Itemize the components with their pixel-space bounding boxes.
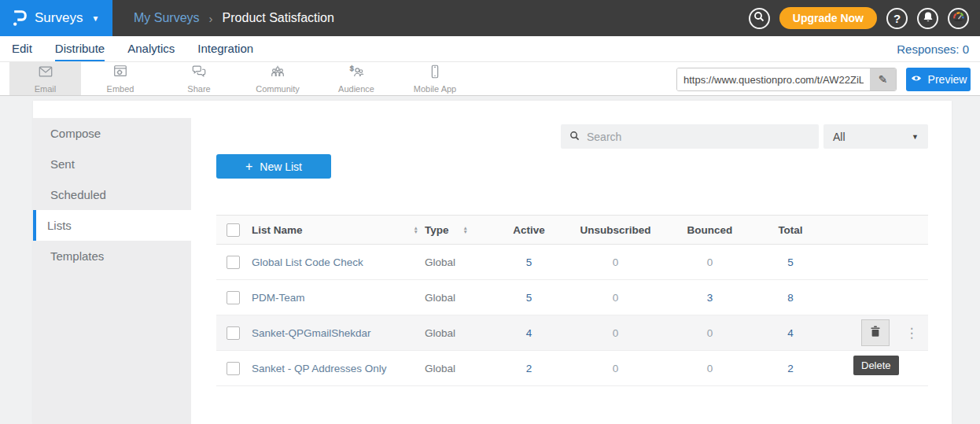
search-input[interactable] bbox=[587, 131, 810, 143]
product-switcher[interactable]: Surveys ▼ bbox=[0, 0, 112, 36]
unsubscribed-count[interactable]: 0 bbox=[566, 327, 665, 339]
breadcrumb-my-surveys[interactable]: My Surveys bbox=[134, 11, 200, 25]
help-button[interactable]: ? bbox=[886, 8, 908, 29]
lists-table: List Name ▲▼ Type ▲▼ Active Unsubscribed… bbox=[216, 215, 928, 386]
bounced-count[interactable]: 0 bbox=[665, 256, 755, 268]
channel-audience[interactable]: $ Audience bbox=[317, 62, 396, 95]
breadcrumb-separator: › bbox=[209, 12, 213, 25]
preview-button[interactable]: Preview bbox=[906, 68, 971, 91]
unsubscribed-count[interactable]: 0 bbox=[566, 363, 665, 374]
channel-label: Audience bbox=[338, 84, 374, 94]
list-type: Global bbox=[425, 363, 455, 374]
column-total: Total bbox=[755, 224, 826, 236]
table-row[interactable]: PDM-Team Global 5 0 3 8 bbox=[216, 280, 928, 315]
total-count[interactable]: 2 bbox=[755, 363, 826, 374]
preview-label: Preview bbox=[928, 73, 967, 86]
channel-community[interactable]: Community bbox=[238, 62, 317, 95]
list-name-link[interactable]: Sanket - QP Addresses Only bbox=[252, 363, 387, 374]
column-type[interactable]: Type bbox=[425, 224, 449, 236]
new-list-button[interactable]: + New List bbox=[216, 154, 331, 179]
bounced-count[interactable]: 3 bbox=[665, 292, 755, 304]
column-list-name[interactable]: List Name bbox=[252, 224, 303, 236]
active-count[interactable]: 5 bbox=[492, 256, 566, 268]
table-row[interactable]: Sanket-QPGmailShekdar Global 4 0 0 4 ⋮ bbox=[216, 315, 928, 351]
channel-label: Community bbox=[256, 84, 300, 94]
unsubscribed-count[interactable]: 0 bbox=[566, 292, 665, 304]
list-type: Global bbox=[425, 256, 455, 268]
select-all-checkbox[interactable] bbox=[227, 223, 240, 237]
sort-icon[interactable]: ▲▼ bbox=[463, 226, 468, 234]
chevron-down-icon: ▼ bbox=[912, 133, 919, 141]
pencil-icon: ✎ bbox=[879, 73, 888, 86]
sidebar-item-compose[interactable]: Compose bbox=[33, 118, 191, 149]
channel-share[interactable]: Share bbox=[160, 62, 238, 95]
list-name-link[interactable]: Sanket-QPGmailShekdar bbox=[252, 327, 371, 339]
envelope-icon bbox=[37, 64, 54, 83]
row-checkbox[interactable] bbox=[227, 326, 240, 340]
tab-distribute[interactable]: Distribute bbox=[55, 36, 105, 61]
active-count[interactable]: 4 bbox=[492, 327, 566, 339]
channel-mobile-app[interactable]: Mobile App bbox=[396, 62, 474, 95]
page-content: Compose Sent Scheduled Lists Templates A… bbox=[0, 96, 980, 424]
row-checkbox[interactable] bbox=[227, 256, 240, 269]
chevron-down-icon: ▼ bbox=[91, 14, 99, 23]
filter-value: All bbox=[833, 131, 846, 143]
list-type: Global bbox=[425, 292, 455, 304]
channel-email[interactable]: Email bbox=[9, 62, 81, 95]
column-unsubscribed: Unsubscribed bbox=[566, 224, 665, 236]
table-row[interactable]: Global List Code Check Global 5 0 0 5 bbox=[216, 245, 928, 280]
channel-embed[interactable]: Embed bbox=[81, 62, 160, 95]
svg-text:$: $ bbox=[350, 65, 354, 72]
search-button[interactable] bbox=[749, 8, 770, 29]
channel-label: Mobile App bbox=[414, 84, 456, 94]
list-name-link[interactable]: Global List Code Check bbox=[252, 256, 363, 268]
sidebar-item-sent[interactable]: Sent bbox=[33, 149, 191, 179]
delete-list-button[interactable] bbox=[861, 319, 890, 346]
bounced-count[interactable]: 0 bbox=[665, 327, 755, 339]
notifications-button[interactable] bbox=[917, 8, 938, 29]
column-active: Active bbox=[492, 224, 566, 236]
table-header: List Name ▲▼ Type ▲▼ Active Unsubscribed… bbox=[216, 215, 928, 245]
tab-edit[interactable]: Edit bbox=[12, 36, 32, 61]
channel-label: Embed bbox=[107, 84, 134, 94]
usage-gauge-icon bbox=[952, 10, 965, 26]
list-name-link[interactable]: PDM-Team bbox=[252, 292, 305, 304]
survey-url-input[interactable] bbox=[677, 68, 870, 90]
dollar-people-icon: $ bbox=[348, 64, 365, 83]
sidebar-item-templates[interactable]: Templates bbox=[33, 241, 191, 271]
list-type-filter[interactable]: All ▼ bbox=[823, 124, 928, 149]
sidebar-item-lists[interactable]: Lists bbox=[33, 210, 191, 241]
sort-icon[interactable]: ▲▼ bbox=[414, 226, 418, 234]
total-count[interactable]: 8 bbox=[755, 292, 826, 304]
total-count[interactable]: 5 bbox=[755, 256, 826, 268]
row-menu-button[interactable]: ⋮ bbox=[903, 319, 920, 346]
column-bounced: Bounced bbox=[665, 224, 755, 236]
list-search bbox=[561, 124, 819, 149]
total-count[interactable]: 4 bbox=[755, 327, 826, 339]
row-checkbox[interactable] bbox=[227, 362, 240, 375]
search-icon bbox=[753, 11, 764, 25]
tab-analytics[interactable]: Analytics bbox=[127, 36, 175, 61]
embed-window-gear-icon bbox=[112, 64, 129, 83]
bounced-count[interactable]: 0 bbox=[665, 363, 755, 374]
active-count[interactable]: 2 bbox=[492, 363, 566, 374]
edit-url-button[interactable]: ✎ bbox=[870, 68, 896, 90]
top-bar: Surveys ▼ My Surveys › Product Satisfact… bbox=[0, 0, 980, 36]
breadcrumb-survey-title: Product Satisfaction bbox=[223, 11, 334, 25]
trash-icon bbox=[869, 325, 882, 341]
unsubscribed-count[interactable]: 0 bbox=[566, 256, 665, 268]
tab-integration[interactable]: Integration bbox=[197, 36, 253, 61]
email-sidebar: Compose Sent Scheduled Lists Templates bbox=[33, 118, 191, 424]
plus-icon: + bbox=[245, 160, 252, 174]
row-checkbox[interactable] bbox=[227, 291, 240, 304]
responses-count[interactable]: Responses: 0 bbox=[897, 42, 980, 56]
smartphone-icon bbox=[426, 64, 444, 83]
license-meter-button[interactable] bbox=[948, 8, 969, 29]
upgrade-now-button[interactable]: Upgrade Now bbox=[779, 7, 877, 29]
sidebar-item-scheduled[interactable]: Scheduled bbox=[33, 179, 191, 210]
delete-tooltip: Delete bbox=[853, 356, 899, 375]
table-row[interactable]: Sanket - QP Addresses Only Global 2 0 0 … bbox=[216, 351, 928, 386]
active-count[interactable]: 5 bbox=[492, 292, 566, 304]
channel-label: Share bbox=[187, 84, 210, 94]
survey-tabs: Edit Distribute Analytics Integration Re… bbox=[0, 36, 980, 61]
